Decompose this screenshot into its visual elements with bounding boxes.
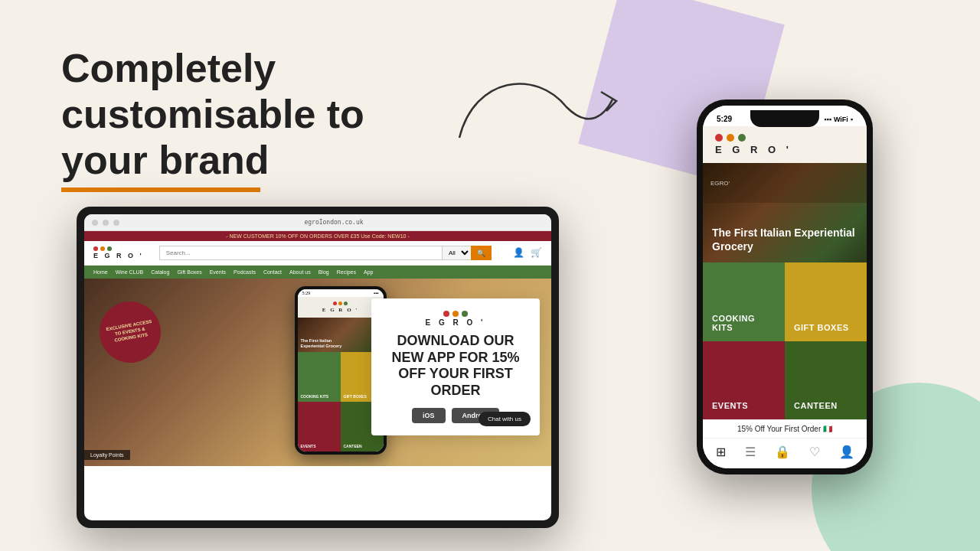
popup-dots <box>443 311 468 317</box>
hero-line3: your brand <box>61 138 270 182</box>
nav-recipes[interactable]: Recipes <box>337 269 356 275</box>
phone-dot-red <box>715 134 723 142</box>
nav-app[interactable]: App <box>364 269 373 275</box>
tablet-sticker-text: EXCLUSIVE ACCESS TO EVENTS & COOKING KIT… <box>97 312 163 353</box>
pit-cell-cooking-kits: COOKING KITS <box>298 352 341 402</box>
nav-heart-icon[interactable]: ♡ <box>809 445 820 459</box>
hero-line2: customisable to <box>61 92 364 136</box>
tab-dot-1 <box>92 220 98 226</box>
download-popup: E G R O ' DOWNLOAD OUR NEW APP FOR 15% O… <box>371 298 540 435</box>
phone-grid: COOKING KITS GIFT BOXES EVENTS CANTEEN <box>703 262 867 419</box>
popup-dot-red <box>443 311 449 317</box>
phone-cell-events[interactable]: EVENTS <box>703 341 785 420</box>
tab-dot-2 <box>103 220 109 226</box>
phone-notch <box>750 110 819 127</box>
hero-title: Completely customisable to your brand <box>61 46 364 183</box>
battery-icon: ▪ <box>851 116 853 123</box>
nav-gift-boxes[interactable]: Gift Boxes <box>177 269 201 275</box>
phone-status-icons: ▪▪▪ WiFi ▪ <box>824 116 853 123</box>
phone-mockup: 5:29 ▪▪▪ WiFi ▪ E G R O ' EGRO' The Firs… <box>697 99 873 474</box>
pit-dot-green <box>344 302 348 305</box>
nav-wine-club[interactable]: Wine CLUB <box>116 269 144 275</box>
tablet-nav: Home Wine CLUB Catalog Gift Boxes Events… <box>84 266 551 279</box>
hero-underline <box>61 187 260 192</box>
dot-green <box>107 246 112 251</box>
popup-logo: E G R O ' <box>384 311 528 327</box>
pit-dot-orange <box>338 302 342 305</box>
nav-grid-icon[interactable]: ⊞ <box>716 445 726 459</box>
nav-person-icon[interactable]: 👤 <box>839 445 854 459</box>
tablet-search-button[interactable]: 🔍 <box>471 246 492 260</box>
nav-about[interactable]: About us <box>289 269 311 275</box>
phone-dots <box>715 134 746 142</box>
tablet-loyalty: Loyalty Points <box>84 450 130 460</box>
phone-inner: 5:29 ▪▪▪ WiFi ▪ E G R O ' EGRO' The Firs… <box>703 106 867 468</box>
pit-hero: The First ItalianExperiential Grocery <box>298 318 384 352</box>
wifi-icon: WiFi <box>834 116 848 123</box>
pit-dots <box>333 302 348 305</box>
egro-logo-tablet: E G R O ' <box>93 246 144 259</box>
tablet-cart-icon: 🛒 <box>531 247 542 259</box>
nav-blog[interactable]: Blog <box>318 269 329 275</box>
pit-logo: E G R O ' <box>298 297 384 318</box>
signal-icon: ▪▪▪ <box>824 116 831 123</box>
phone-cell-canteen[interactable]: CANTEEN <box>785 341 867 420</box>
pit-egro-text: E G R O ' <box>322 307 359 313</box>
phone-hero: EGRO' The First Italian Experiential Gro… <box>703 163 867 262</box>
phone-dot-orange <box>727 134 734 142</box>
nav-podcasts[interactable]: Podcasts <box>234 269 256 275</box>
phone-hero-text: The First Italian Experiential Grocery <box>703 217 867 262</box>
hero-line1: Completely <box>61 46 276 90</box>
phone-dot-green <box>738 134 746 142</box>
phone-logo-area: E G R O ' <box>703 126 867 163</box>
popup-dot-orange <box>452 311 459 317</box>
phone-hero-store-label: EGRO' <box>703 163 867 203</box>
tablet-user-icon: 👤 <box>513 247 524 259</box>
tablet-search-select[interactable]: All <box>442 246 471 260</box>
phone-in-tablet-inner: 5:29▪▪▪ E G R O ' The First ItalianExper… <box>298 289 384 452</box>
nav-lock-icon[interactable]: 🔒 <box>775 445 790 459</box>
pit-status: 5:29▪▪▪ <box>298 289 384 297</box>
egro-text-tablet: E G R O ' <box>93 252 144 259</box>
pit-dot-red <box>333 302 337 305</box>
tablet-search-bar: All 🔍 <box>159 246 492 260</box>
nav-home[interactable]: Home <box>93 269 108 275</box>
curved-arrow <box>413 61 643 184</box>
phone-cell-gift-boxes[interactable]: GIFT BOXES <box>785 262 867 341</box>
tablet-browser-bar: egroIondon.co.uk <box>84 214 551 231</box>
hero-text-block: Completely customisable to your brand <box>61 46 364 192</box>
egro-dots-tablet <box>93 246 112 251</box>
nav-contact[interactable]: Contact <box>263 269 282 275</box>
dot-red <box>93 246 98 251</box>
popup-heading: DOWNLOAD OUR NEW APP FOR 15% OFF YOUR FI… <box>384 333 528 399</box>
phone-egro-text: E G R O ' <box>715 144 792 155</box>
tablet-banner: - NEW CUSTOMER 10% OFF ON ORDERS OVER £3… <box>84 231 551 241</box>
dot-orange <box>100 246 105 251</box>
tablet-search-input[interactable] <box>159 246 442 260</box>
popup-egro-text: E G R O ' <box>426 318 486 327</box>
pit-grid: COOKING KITS GIFT BOXES EVENTS CANTEEN <box>298 352 384 452</box>
ios-button[interactable]: iOS <box>412 408 446 423</box>
tab-dot-3 <box>113 220 119 226</box>
nav-events[interactable]: Events <box>210 269 226 275</box>
phone-time: 5:29 <box>717 115 732 123</box>
nav-catalog[interactable]: Catalog <box>151 269 169 275</box>
tab-url: egroIondon.co.uk <box>124 219 544 226</box>
phone-promo-bar: 15% Off Your First Order 🇮🇹 <box>703 419 867 438</box>
pit-hero-text: The First ItalianExperiential Grocery <box>301 338 342 349</box>
tablet-site-header: E G R O ' All 🔍 👤 🛒 <box>84 241 551 266</box>
phone-bottom-nav: ⊞ ☰ 🔒 ♡ 👤 <box>703 438 867 468</box>
nav-list-icon[interactable]: ☰ <box>745 445 756 459</box>
phone-cell-cooking-kits[interactable]: COOKING KITS <box>703 262 785 341</box>
pit-cell-events: EVENTS <box>298 402 341 452</box>
popup-dot-green <box>462 311 468 317</box>
chat-button[interactable]: Chat with us <box>479 412 531 426</box>
